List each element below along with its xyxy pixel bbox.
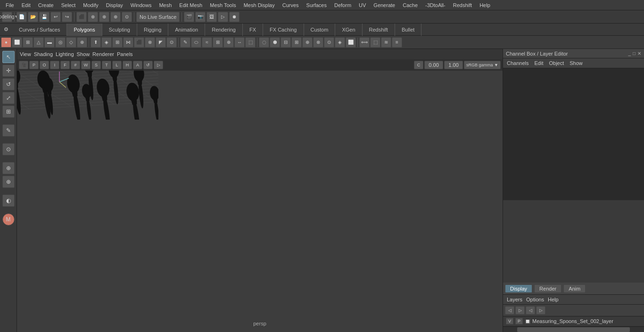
- color-input[interactable]: 0.00: [424, 61, 443, 69]
- tab-rendering[interactable]: Rendering: [205, 24, 243, 36]
- layer-up-btn[interactable]: ◁: [526, 306, 535, 315]
- layer-add-btn[interactable]: ◁: [505, 306, 514, 315]
- menu-deform[interactable]: Deform: [330, 0, 355, 10]
- menu-windows[interactable]: Windows: [127, 0, 156, 10]
- menu-mesh-display[interactable]: Mesh Display: [240, 0, 279, 10]
- sculpt-btn[interactable]: ✎: [180, 37, 190, 48]
- menu-modify[interactable]: Modify: [79, 0, 102, 10]
- circularize-btn[interactable]: ⊙: [166, 37, 177, 48]
- render-btn[interactable]: 🎬: [184, 12, 194, 22]
- vp-menu-show[interactable]: Show: [77, 51, 90, 57]
- harden-btn[interactable]: ≡: [392, 37, 402, 48]
- snap-tool-btn[interactable]: ⊕: [2, 162, 15, 174]
- vp-aa-btn[interactable]: ↺: [143, 61, 153, 69]
- layer-visibility-btn[interactable]: V: [506, 318, 513, 324]
- menu-edit[interactable]: Edit: [18, 0, 34, 10]
- menu-curves[interactable]: Curves: [279, 0, 303, 10]
- display-tab-btn[interactable]: Display: [505, 284, 532, 293]
- insert-btn[interactable]: ⊕: [223, 37, 234, 48]
- merge-btn[interactable]: ⋈: [123, 37, 133, 48]
- fill-btn[interactable]: ⬛: [134, 37, 144, 48]
- panel-close-btn[interactable]: ✕: [637, 51, 641, 56]
- menu-display[interactable]: Display: [102, 0, 127, 10]
- bevel-btn[interactable]: ◈: [101, 37, 112, 48]
- cone-btn[interactable]: △: [33, 37, 44, 48]
- vp-grid-btn[interactable]: #: [71, 61, 80, 69]
- layer-playback-btn[interactable]: P: [515, 318, 523, 324]
- tab-sculpting[interactable]: Sculpting: [102, 24, 137, 36]
- layers-options-btn[interactable]: Options: [526, 297, 544, 302]
- tab-xgen[interactable]: XGen: [335, 24, 362, 36]
- tab-bullet[interactable]: Bullet: [395, 24, 422, 36]
- offset-btn[interactable]: ⬚: [245, 37, 256, 48]
- combine-btn[interactable]: ⊗: [313, 37, 323, 48]
- retopo-btn[interactable]: ⊞: [291, 37, 302, 48]
- vp-menu-panels[interactable]: Panels: [117, 51, 133, 57]
- vp-light-btn[interactable]: L: [112, 61, 122, 69]
- new-file-btn[interactable]: 📄: [17, 12, 27, 22]
- vp-menu-lighting[interactable]: Lighting: [56, 51, 74, 57]
- show-tool-btn[interactable]: ◐: [2, 194, 15, 207]
- soften-btn[interactable]: ≋: [381, 37, 391, 48]
- wedge-btn[interactable]: ◤: [156, 37, 166, 48]
- tab-redshift[interactable]: Redshift: [363, 24, 395, 36]
- colorspace-btn[interactable]: sRGB gamma ▼: [464, 61, 501, 69]
- snap4-btn[interactable]: ⊙: [122, 12, 132, 22]
- edit-btn[interactable]: Edit: [534, 60, 543, 66]
- tab-polygons[interactable]: Polygons: [67, 24, 102, 36]
- redo-btn[interactable]: ↪: [62, 12, 72, 22]
- menu-mesh[interactable]: Mesh: [155, 0, 175, 10]
- vp-ao-btn[interactable]: A: [133, 61, 142, 69]
- extract-btn[interactable]: ◈: [335, 37, 345, 48]
- save-file-btn[interactable]: 💾: [39, 12, 50, 22]
- cylinder-btn[interactable]: ⊞: [23, 37, 33, 48]
- live-surface-btn[interactable]: No Live Surface: [136, 12, 180, 22]
- vp-menu-renderer[interactable]: Renderer: [92, 51, 114, 57]
- tab-rigging[interactable]: Rigging: [137, 24, 168, 36]
- tab-curves-surfaces[interactable]: Curves / Surfaces: [12, 24, 67, 36]
- render3-btn[interactable]: 🖼: [206, 12, 217, 22]
- mode-selector[interactable]: Modeling ▼: [2, 12, 12, 22]
- horizontal-scrollbar[interactable]: [503, 326, 644, 332]
- render4-btn[interactable]: ▷: [218, 12, 228, 22]
- sphere-btn[interactable]: ●: [1, 37, 11, 48]
- vp-texture-btn[interactable]: T: [102, 61, 111, 69]
- torus-btn[interactable]: ◎: [55, 37, 66, 48]
- conform-btn[interactable]: ⬢: [270, 37, 280, 48]
- panel-expand-btn[interactable]: □: [633, 51, 636, 56]
- move-tool-btn[interactable]: ✛: [2, 65, 15, 77]
- cube-btn[interactable]: ⬜: [12, 37, 22, 48]
- menu-file[interactable]: File: [2, 0, 18, 10]
- scale-input[interactable]: 1.00: [444, 61, 463, 69]
- menu-redshift[interactable]: Redshift: [449, 0, 476, 10]
- plane-btn[interactable]: ▬: [44, 37, 55, 48]
- snap2-btn[interactable]: ⊕: [99, 12, 109, 22]
- transform-tool-btn[interactable]: ⊞: [2, 105, 15, 118]
- vp-menu-view[interactable]: View: [20, 51, 31, 57]
- tab-settings-btn[interactable]: ⚙: [0, 24, 12, 36]
- scrollbar-thumb[interactable]: [517, 327, 630, 332]
- snap3-btn[interactable]: ⊕: [110, 12, 121, 22]
- menu-3dtoall[interactable]: -3DtoAll-: [421, 0, 449, 10]
- menu-uv[interactable]: UV: [355, 0, 370, 10]
- symmetry-btn[interactable]: ⟺: [359, 37, 370, 48]
- vp-persp-btn[interactable]: P: [29, 61, 39, 69]
- vp-menu-shading[interactable]: Shading: [34, 51, 53, 57]
- menu-cache[interactable]: Cache: [399, 0, 421, 10]
- separate-btn[interactable]: ⊙: [324, 37, 334, 48]
- select-btn[interactable]: ⬛: [76, 12, 87, 22]
- extrude-btn[interactable]: ⬆: [91, 37, 101, 48]
- duplicate-btn[interactable]: ⬜: [346, 37, 356, 48]
- snap-btn[interactable]: ⊕: [88, 12, 98, 22]
- tab-animation[interactable]: Animation: [168, 24, 205, 36]
- slide-btn[interactable]: ↔: [234, 37, 245, 48]
- render-tab-btn[interactable]: Render: [534, 284, 561, 293]
- vp-shade-btn[interactable]: S: [91, 61, 101, 69]
- poke-btn[interactable]: ⊗: [145, 37, 155, 48]
- object-btn[interactable]: Object: [549, 60, 564, 66]
- rotate-tool-btn[interactable]: ↺: [2, 78, 15, 90]
- vp-wire-btn[interactable]: W: [81, 61, 91, 69]
- tab-fx[interactable]: FX: [243, 24, 263, 36]
- prism-btn[interactable]: ◇: [66, 37, 76, 48]
- reduce-btn[interactable]: ⊟: [281, 37, 291, 48]
